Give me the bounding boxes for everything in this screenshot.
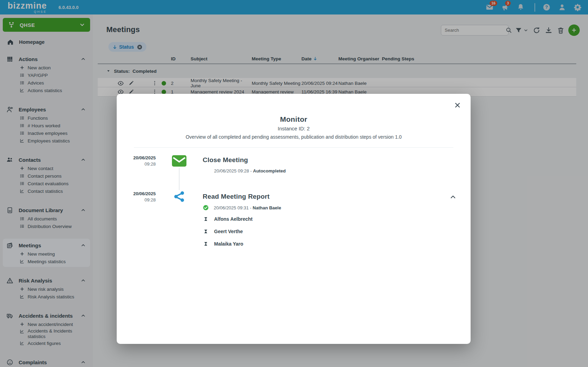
step-datetime: 20/06/2025 09:28 [117, 152, 156, 167]
step-date: 20/06/2025 [117, 191, 156, 196]
dialog-divider [134, 147, 453, 148]
dialog-title: Monitor [117, 115, 471, 123]
dialog-header: Monitor Instance ID: 2 Overview of all c… [117, 94, 471, 140]
assignee-pending: Alfons Aelbrecht [203, 213, 471, 225]
close-icon[interactable] [454, 101, 461, 109]
hourglass-icon [203, 228, 208, 235]
app-window: bizzmine QHSE 6.0.43.0.0 16 3 QHSE Homep… [0, 0, 588, 367]
assignee-list: 20/06/2025 09:31 - Nathan Baele Alfons A… [203, 202, 471, 250]
step-status: 20/06/2025 09:28 - Autocompleted [214, 168, 471, 173]
hourglass-icon [203, 241, 208, 247]
monitor-dialog: Monitor Instance ID: 2 Overview of all c… [117, 94, 471, 344]
dialog-description: Overview of all completed and pending as… [117, 134, 471, 140]
step-icon-cell [156, 186, 203, 203]
share-icon [173, 190, 185, 203]
dialog-instance-id: Instance ID: 2 [117, 126, 471, 131]
assignee-completed: 20/06/2025 09:31 - Nathan Baele [203, 202, 471, 213]
timeline-step-close-meeting: 20/06/2025 09:28 Close Meeting 20/06/202… [117, 152, 471, 173]
step-time: 09:28 [117, 161, 156, 167]
step-content: Read Meeting Report 20/06/2025 09:31 - N… [203, 186, 471, 250]
check-circle-icon [203, 205, 209, 211]
step-content: Close Meeting 20/06/2025 09:28 - Autocom… [203, 152, 471, 173]
collapse-chevron-up-icon[interactable] [449, 193, 457, 201]
step-icon-cell [156, 152, 203, 167]
timeline-step-read-meeting-report: 20/06/2025 09:28 Read Meeting Report 20/… [117, 186, 471, 250]
envelope-icon [172, 155, 186, 167]
step-date: 20/06/2025 [117, 155, 156, 160]
step-datetime: 20/06/2025 09:28 [117, 186, 156, 202]
step-title: Read Meeting Report [203, 193, 471, 200]
step-time: 09:28 [117, 197, 156, 202]
hourglass-icon [203, 216, 208, 222]
assignee-pending: Malaika Yaro [203, 238, 471, 250]
step-title: Close Meeting [203, 156, 471, 164]
assignee-pending: Geert Verthe [203, 225, 471, 238]
